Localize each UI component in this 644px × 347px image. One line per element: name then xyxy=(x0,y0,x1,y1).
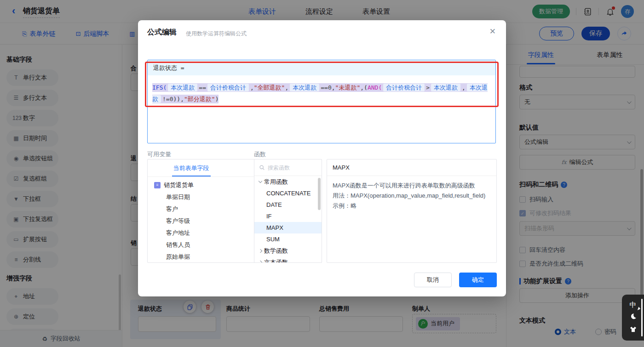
functions-scrollbar[interactable] xyxy=(318,178,321,210)
formula-segment: AND( xyxy=(368,84,382,91)
formula-segment: ,( xyxy=(360,84,368,91)
function-item-MAPX[interactable]: MAPX xyxy=(254,222,322,233)
form-tree-root-label: 销货退货单 xyxy=(164,181,194,189)
formula-target-line: 退款状态 = xyxy=(148,60,495,75)
function-detail-panel: MAPX MAPX函数是一个可以用来进行跨表单取数的高级函数用法：MAPX(op… xyxy=(327,159,497,263)
formula-segment: , xyxy=(332,84,335,91)
close-icon[interactable]: ✕ xyxy=(489,27,496,36)
formula-segment: > xyxy=(426,84,430,91)
function-item-CONCATENATE[interactable]: CONCATENATE xyxy=(254,188,322,199)
formula-segment: == xyxy=(199,84,206,91)
formula-segment: , xyxy=(462,84,466,91)
variable-name: 单据日期 xyxy=(166,193,190,201)
formula-segment: )), xyxy=(173,96,184,102)
widget-scrollbar[interactable] xyxy=(641,299,643,336)
function-search-input[interactable] xyxy=(268,165,314,171)
function-item-SUM[interactable]: SUM xyxy=(254,233,322,245)
formula-field-token: 本次退款 xyxy=(431,84,460,91)
function-item-DATE[interactable]: DATE xyxy=(254,199,322,210)
variables-label: 可用变量 xyxy=(147,150,171,159)
formula-editor[interactable]: 退款状态 = IFS(本次退款==合计价税合计,"全部退款",本次退款==0,"… xyxy=(147,60,496,143)
function-group-label: 数学函数 xyxy=(264,245,288,256)
modal-title: 公式编辑 xyxy=(147,28,177,37)
confirm-button[interactable]: 确定 xyxy=(459,273,497,287)
formula-segment: "未退款" xyxy=(335,84,361,91)
app-window: ‹ 销货退货单 表单设计流程设定表单设置 数据管理 存 ⎘表单外链⊡后端脚本▥数… xyxy=(0,0,644,347)
formula-segment: ) xyxy=(215,96,219,102)
function-group-label: 文本函数 xyxy=(264,256,288,263)
formula-segment: ==0 xyxy=(321,84,331,91)
function-detail-body: MAPX函数是一个可以用来进行跨表单取数的高级函数用法：MAPX(operati… xyxy=(327,176,496,216)
formula-field-token: 合计价税合计 xyxy=(383,84,425,91)
function-group-label: 常用函数 xyxy=(264,176,288,188)
function-item-IF[interactable]: IF xyxy=(254,210,322,222)
theme-shirt-icon[interactable] xyxy=(629,325,637,335)
formula-edit-modal: 公式编辑 使用数学运算符编辑公式 ✕ 退款状态 = IFS(本次退款==合计价税… xyxy=(138,20,506,296)
formula-segment: !=0 xyxy=(162,96,173,102)
variable-name: 客户地址 xyxy=(166,229,190,237)
cancel-button[interactable]: 取消 xyxy=(414,273,452,287)
formula-field-token: 合计价税合计 xyxy=(207,84,249,91)
cursor-icon xyxy=(637,307,640,311)
function-detail-line: MAPX函数是一个可以用来进行跨表单取数的高级函数 xyxy=(333,181,491,191)
chevron-right-icon xyxy=(259,260,262,263)
function-search xyxy=(254,159,322,176)
function-detail-line: 用法：MAPX(operation,map_value,map_field,re… xyxy=(333,191,491,201)
function-group-数学函数[interactable]: 数学函数 xyxy=(254,245,322,256)
formula-segment: "全部退款" xyxy=(254,84,285,91)
variables-tab-当前表单字段[interactable]: 当前表单字段 xyxy=(148,159,235,176)
formula-body: IFS(本次退款==合计价税合计,"全部退款",本次退款==0,"未退款",(A… xyxy=(148,75,495,111)
variable-name: 客户等级 xyxy=(166,217,190,225)
formula-segment: "部分退款" xyxy=(184,96,215,102)
formula-field-token: 本次退款 xyxy=(168,84,197,91)
variable-name: 客户 xyxy=(166,205,178,213)
form-doc-icon: ≡ xyxy=(154,182,161,188)
search-icon xyxy=(259,165,265,171)
variable-name: 销售人员 xyxy=(166,241,190,249)
function-group-文本函数[interactable]: 文本函数 xyxy=(254,256,322,263)
formula-segment: , xyxy=(285,84,288,91)
formula-segment: , xyxy=(250,84,254,91)
formula-segment: IFS( xyxy=(152,84,167,91)
function-detail-title: MAPX xyxy=(327,159,496,176)
dark-mode-moon-icon[interactable] xyxy=(629,313,637,322)
floating-tool-widget: 中 xyxy=(622,295,644,341)
chevron-right-icon xyxy=(259,249,262,252)
chevron-down-icon xyxy=(259,179,262,183)
variable-name: 原始单据 xyxy=(166,253,190,261)
translate-icon[interactable]: 中 xyxy=(630,301,637,309)
functions-label: 函数 xyxy=(254,150,266,159)
formula-field-token: 本次退款 xyxy=(290,84,319,91)
function-detail-line: 示例：略 xyxy=(333,201,491,211)
modal-subtitle: 使用数学运算符编辑公式 xyxy=(186,30,247,38)
functions-panel: 常用函数CONCATENATEDATEIFMAPXSUM数学函数文本函数 xyxy=(254,159,322,263)
function-group-常用函数[interactable]: 常用函数 xyxy=(254,176,322,188)
